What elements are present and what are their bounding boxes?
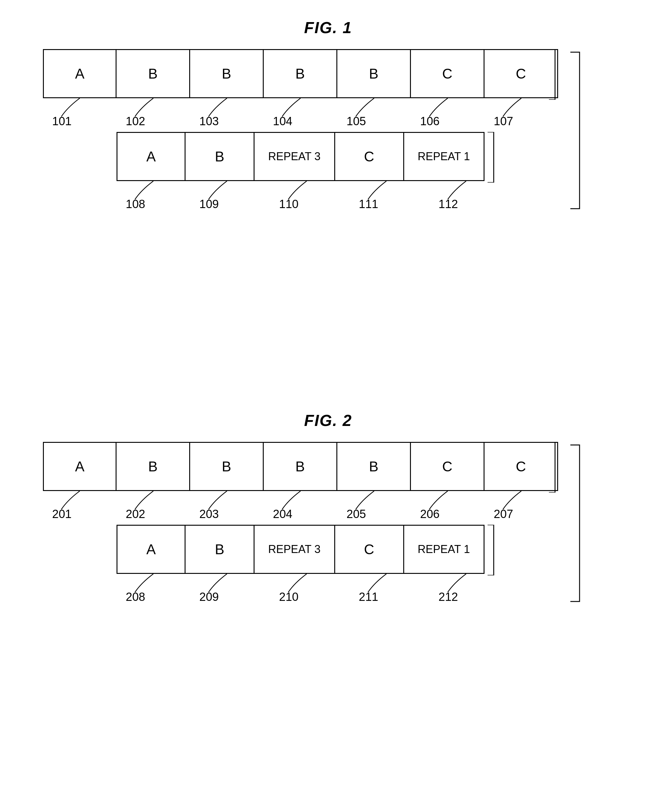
svg-text:112: 112 — [438, 198, 458, 209]
fig1-s-cell-B: B — [186, 132, 255, 181]
fig2-s-cell-A: A — [117, 525, 186, 574]
svg-text:212: 212 — [438, 590, 458, 601]
fig2-cell-A: A — [43, 442, 117, 491]
svg-text:102: 102 — [126, 115, 145, 126]
fig1-s-cell-repeat3: REPEAT 3 — [255, 132, 335, 181]
fig2-cell-B3: B — [264, 442, 337, 491]
svg-text:209: 209 — [199, 590, 218, 601]
fig2-title-text: FIG. 2 — [304, 411, 352, 429]
svg-text:111: 111 — [359, 198, 378, 209]
fig2-large-bracket — [564, 442, 589, 604]
fig1-second-bracket — [484, 132, 500, 183]
fig2-s-cell-repeat3: REPEAT 3 — [255, 525, 335, 574]
svg-text:204: 204 — [273, 508, 292, 519]
svg-text:109: 109 — [199, 198, 218, 209]
svg-text:210: 210 — [279, 590, 298, 601]
fig2-cell-B1: B — [117, 442, 190, 491]
fig2-top-bracket — [546, 442, 564, 493]
fig1-title-text: FIG. 1 — [304, 19, 352, 37]
svg-text:110: 110 — [279, 198, 298, 209]
fig2-second-bracket — [484, 525, 500, 575]
fig2-s-cell-C: C — [335, 525, 404, 574]
fig2-top-row: A B B B B C C — [43, 442, 558, 491]
fig1-top-row: A B B B B C C — [43, 49, 558, 98]
svg-text:107: 107 — [494, 115, 513, 126]
fig2-s-cell-B: B — [186, 525, 255, 574]
svg-text:205: 205 — [346, 508, 366, 519]
svg-text:208: 208 — [126, 590, 145, 601]
fig1-s-cell-C: C — [335, 132, 404, 181]
fig2-second-labels: 208 209 210 211 212 — [117, 574, 509, 601]
svg-text:201: 201 — [52, 508, 71, 519]
fig2-cell-C1: C — [411, 442, 484, 491]
fig1-cell-B3: B — [264, 49, 337, 98]
fig1-second-row: A B REPEAT 3 C REPEAT 1 — [117, 132, 484, 181]
fig2-s-cell-repeat1: REPEAT 1 — [404, 525, 484, 574]
fig1-cell-A: A — [43, 49, 117, 98]
svg-text:104: 104 — [273, 115, 292, 126]
fig1-cell-C1: C — [411, 49, 484, 98]
svg-text:211: 211 — [359, 590, 378, 601]
figure-1: FIG. 1 A B B B B C C 101 — [25, 18, 632, 209]
fig2-cell-B4: B — [337, 442, 411, 491]
svg-text:105: 105 — [346, 115, 366, 126]
fig1-cell-B2: B — [190, 49, 264, 98]
fig1-s-cell-repeat1: REPEAT 1 — [404, 132, 484, 181]
svg-text:203: 203 — [199, 508, 218, 519]
svg-text:106: 106 — [420, 115, 440, 126]
fig1-cell-B1: B — [117, 49, 190, 98]
svg-text:101: 101 — [52, 115, 71, 126]
figure-2: FIG. 2 A B B B B C C 201 202 203 — [25, 411, 632, 601]
svg-text:207: 207 — [494, 508, 513, 519]
svg-text:206: 206 — [420, 508, 440, 519]
fig1-top-bracket — [546, 49, 564, 100]
fig2-cell-B2: B — [190, 442, 264, 491]
fig1-title: FIG. 1 — [25, 18, 632, 37]
fig1-cell-B4: B — [337, 49, 411, 98]
fig2-top-labels: 201 202 203 204 205 206 207 — [43, 491, 564, 519]
svg-text:103: 103 — [199, 115, 218, 126]
svg-text:108: 108 — [126, 198, 145, 209]
fig1-top-labels: 101 102 103 104 105 106 107 — [43, 98, 564, 126]
svg-text:202: 202 — [126, 508, 145, 519]
fig1-s-cell-A: A — [117, 132, 186, 181]
fig1-large-bracket — [564, 49, 589, 212]
fig1-second-labels: 108 109 110 111 112 — [117, 181, 509, 209]
fig2-second-row: A B REPEAT 3 C REPEAT 1 — [117, 525, 484, 574]
fig2-title: FIG. 2 — [25, 411, 632, 430]
